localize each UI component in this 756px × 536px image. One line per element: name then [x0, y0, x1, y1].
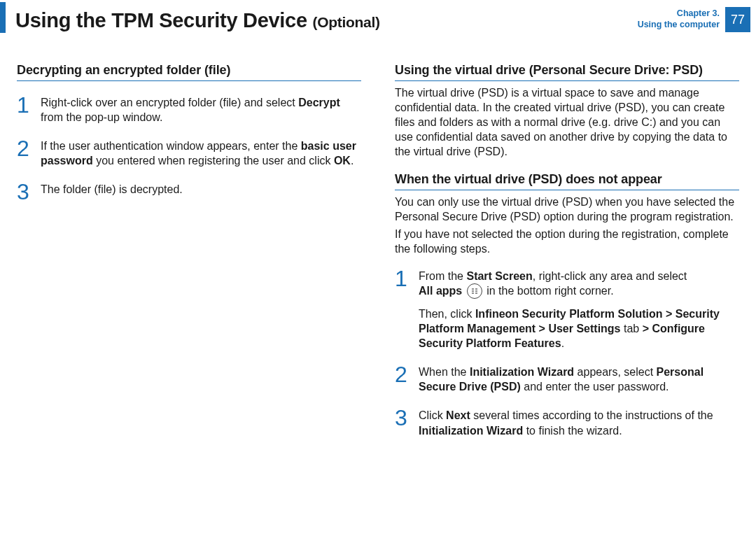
step-body: From the Start Screen, right-click any a…: [419, 269, 739, 351]
text: , right-click any area and select: [533, 270, 687, 282]
heading-psd-noappear: When the virtual drive (PSD) does not ap…: [395, 172, 739, 190]
bold-text: Decrypt: [298, 97, 340, 108]
step-number: 2: [395, 363, 419, 394]
step-body: The folder (file) is decrypted.: [41, 182, 361, 203]
bold-text: All apps: [419, 285, 462, 297]
text: When the: [419, 366, 470, 378]
psd-intro: The virtual drive (PSD) is a virtual spa…: [395, 85, 739, 160]
left-step-3: 3 The folder (file) is decrypted.: [17, 182, 361, 203]
text: and enter the user password.: [521, 381, 669, 393]
page-title-suffix: (Optional): [313, 14, 380, 30]
left-step-2: 2 If the user authentication window appe…: [17, 139, 361, 168]
step-number: 3: [395, 407, 419, 437]
bold-text: Next: [446, 409, 470, 421]
text: appears, select: [574, 366, 656, 378]
left-step-1: 1 Right-click over an encrypted folder (…: [17, 95, 361, 125]
step-body: Click Next several times according to th…: [419, 408, 739, 437]
right-step-1: 1 From the Start Screen, right-click any…: [395, 269, 739, 351]
header-accent-bar: [0, 2, 6, 33]
right-step-2: 2 When the Initialization Wizard appears…: [395, 365, 739, 394]
step-number: 1: [17, 94, 41, 125]
left-column: Decrypting an encrypted folder (file) 1 …: [17, 63, 361, 452]
text: The folder (file) is decrypted.: [41, 183, 183, 195]
text: several times according to the instructi…: [470, 409, 713, 421]
page-title: Using the TPM Security Device (Optional): [15, 9, 380, 32]
bold-text: OK: [334, 155, 351, 167]
step-number: 1: [395, 267, 419, 351]
step-body: Right-click over an encrypted folder (fi…: [41, 95, 361, 125]
bold-text: Start Screen: [466, 270, 532, 282]
text: tab: [621, 323, 643, 334]
bold-text: Initialization Wizard: [470, 366, 574, 378]
text: in the bottom right corner.: [486, 285, 613, 297]
step-body: When the Initialization Wizard appears, …: [419, 365, 739, 394]
text: .: [351, 155, 354, 167]
step-number: 2: [17, 137, 41, 168]
page-title-main: Using the TPM Security Device: [15, 9, 307, 31]
page-header: Using the TPM Security Device (Optional)…: [0, 0, 756, 41]
bold-text: Initialization Wizard: [419, 425, 523, 437]
text: to finish the wizard.: [523, 425, 622, 437]
page-number: 77: [725, 7, 750, 32]
heading-decrypt: Decrypting an encrypted folder (file): [17, 63, 361, 81]
text: Right-click over an encrypted folder (fi…: [41, 97, 298, 108]
text: from the pop-up window.: [41, 111, 162, 123]
text: Click: [419, 409, 446, 421]
text: Then, click: [419, 308, 475, 320]
psd-para-a: You can only use the virtual drive (PSD)…: [395, 195, 739, 224]
text: .: [561, 337, 564, 349]
chapter-text: Chapter 3. Using the computer: [638, 8, 720, 30]
chapter-block: Chapter 3. Using the computer 77: [638, 7, 750, 32]
heading-psd: Using the virtual drive (Personal Secure…: [395, 63, 739, 81]
chapter-line1: Chapter 3.: [638, 8, 720, 20]
psd-para-b: If you have not selected the option duri…: [395, 227, 739, 256]
right-column: Using the virtual drive (Personal Secure…: [395, 63, 739, 452]
chapter-line2: Using the computer: [638, 20, 720, 31]
text: From the: [419, 270, 466, 282]
text: If the user authentication window appear…: [41, 140, 301, 152]
step-number: 3: [17, 181, 41, 203]
step-body: If the user authentication window appear…: [41, 139, 361, 168]
text: you entered when registering the user an…: [93, 155, 334, 167]
all-apps-icon: [467, 283, 482, 299]
content-columns: Decrypting an encrypted folder (file) 1 …: [0, 41, 756, 452]
right-step-3: 3 Click Next several times according to …: [395, 408, 739, 437]
